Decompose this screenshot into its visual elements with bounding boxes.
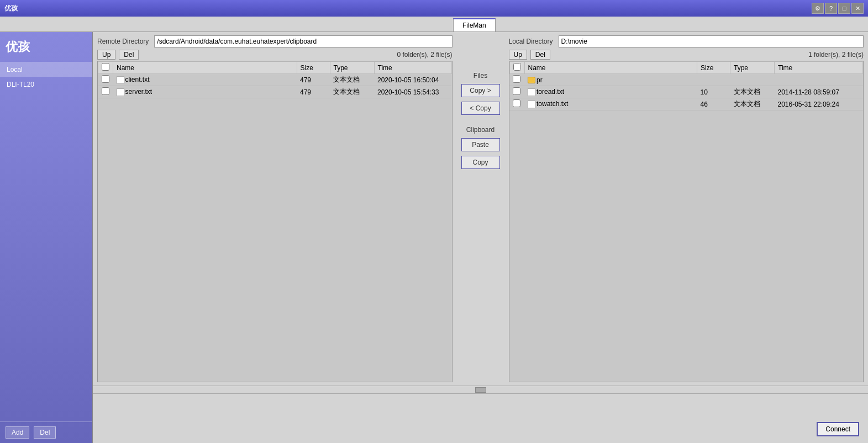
local-col-check [509,62,524,74]
main-area: 优孩 Local DLI-TL20 Add Del Remote Directo… [0,32,868,443]
file-size: 10 [697,86,730,98]
file-size [697,74,730,86]
remote-panel: Remote Directory Up Del 0 folder(s), 2 f… [93,32,456,386]
file-size: 479 [297,86,330,98]
remote-dir-label: Remote Directory [97,38,149,45]
file-size: 46 [697,98,730,110]
sidebar-item-local[interactable]: Local [0,62,92,77]
app-title: 优孩 [4,4,18,13]
table-row[interactable]: toread.txt 10 文本文档 2014-11-28 08:59:07 [509,86,863,98]
remote-col-size: Size [297,62,330,74]
local-toolbar-left: Up Del [509,50,550,60]
local-file-count: 1 folder(s), 2 file(s) [808,51,864,59]
add-device-button[interactable]: Add [6,426,29,439]
local-toolbar: Up Del 1 folder(s), 2 file(s) [509,50,864,60]
remote-file-table: Name Size Type Time client.txt 479 文本文档 … [98,61,452,98]
sidebar: 优孩 Local DLI-TL20 Add Del [0,32,93,443]
file-time: 2020-10-05 16:50:04 [374,74,451,86]
local-col-name: Name [524,62,697,74]
local-del-button[interactable]: Del [530,50,550,60]
bottom-scrollbar[interactable] [93,386,868,393]
settings-button[interactable]: ⚙ [812,3,824,14]
local-dir-input[interactable] [559,35,864,48]
table-row[interactable]: server.txt 479 文本文档 2020-10-05 15:54:33 [98,86,452,98]
file-icon [528,101,535,108]
sidebar-bottom: Add Del [0,421,92,443]
copy-left-button[interactable]: < Copy [461,102,500,115]
file-name: towatch.txt [524,98,697,110]
table-row[interactable]: towatch.txt 46 文本文档 2016-05-31 22:09:24 [509,98,863,110]
local-select-all[interactable] [513,63,521,71]
file-type: 文本文档 [330,74,374,86]
copy-button[interactable]: Copy [461,156,500,169]
tabbar: FileMan [0,17,868,32]
file-icon [117,88,124,96]
local-file-table: Name Size Type Time pr toread.txt 10 [509,61,864,110]
table-row[interactable]: client.txt 479 文本文档 2020-10-05 16:50:04 [98,74,452,86]
copy-right-button[interactable]: Copy > [461,84,500,97]
file-type: 文本文档 [730,98,775,110]
file-type: 文本文档 [330,86,374,98]
remote-col-time: Time [374,62,451,74]
content-area: Remote Directory Up Del 0 folder(s), 2 f… [93,32,868,443]
remote-file-count: 0 folder(s), 2 file(s) [397,51,452,59]
sidebar-item-device[interactable]: DLI-TL20 [0,77,92,92]
tab-fileman[interactable]: FileMan [453,18,496,31]
app-title-text: 优孩 [4,4,18,13]
local-up-button[interactable]: Up [509,50,527,60]
file-name: toread.txt [524,86,697,98]
help-button[interactable]: ? [825,3,837,14]
local-col-time: Time [775,62,863,74]
remote-panel-header: Remote Directory [97,35,453,48]
sidebar-nav: Local DLI-TL20 [0,62,92,421]
local-dir-label: Local Directory [509,38,553,45]
connect-button[interactable]: Connect [817,422,859,436]
file-type: 文本文档 [730,86,775,98]
file-name: pr [524,74,697,86]
close-button[interactable]: ✕ [851,3,864,14]
file-name: server.txt [113,86,297,98]
file-manager: Remote Directory Up Del 0 folder(s), 2 f… [93,32,868,386]
row-checkbox[interactable] [513,99,520,107]
local-file-list: Name Size Type Time pr toread.txt 10 [509,61,864,382]
row-checkbox[interactable] [513,75,520,83]
file-type [730,74,775,86]
remote-col-type: Type [330,62,374,74]
middle-controls: Files Copy > < Copy Clipboard Paste Copy [456,32,506,386]
local-panel-header: Local Directory [509,35,864,48]
remote-select-all[interactable] [102,63,109,71]
remote-up-button[interactable]: Up [97,50,115,60]
file-name: client.txt [113,74,297,86]
clipboard-label: Clipboard [466,126,495,134]
log-area: Connect [93,393,868,443]
local-panel: Local Directory Up Del 1 folder(s), 2 fi… [506,32,869,386]
file-time: 2014-11-28 08:59:07 [775,86,863,98]
local-col-type: Type [730,62,775,74]
remote-col-name: Name [113,62,297,74]
row-checkbox[interactable] [513,87,520,95]
table-row[interactable]: pr [509,74,863,86]
row-checkbox[interactable] [102,75,109,83]
remote-dir-input[interactable] [154,35,452,48]
local-col-size: Size [697,62,730,74]
file-time: 2020-10-05 15:54:33 [374,86,451,98]
remote-toolbar-left: Up Del [97,50,139,60]
remote-del-button[interactable]: Del [119,50,139,60]
restore-button[interactable]: □ [838,3,850,14]
file-time: 2016-05-31 22:09:24 [775,98,863,110]
row-checkbox[interactable] [102,87,109,95]
titlebar-controls: ⚙ ? □ ✕ [812,3,864,14]
paste-button[interactable]: Paste [461,138,500,151]
file-icon [117,76,124,84]
remote-file-list: Name Size Type Time client.txt 479 文本文档 … [97,61,453,382]
file-time [775,74,863,86]
file-size: 479 [297,74,330,86]
remote-col-check [98,62,113,74]
titlebar: 优孩 ⚙ ? □ ✕ [0,0,868,17]
file-icon [528,88,535,96]
folder-icon [528,77,535,83]
del-device-button[interactable]: Del [34,426,56,439]
scroll-handle[interactable] [475,387,486,393]
remote-toolbar: Up Del 0 folder(s), 2 file(s) [97,50,453,60]
sidebar-logo: 优孩 [0,32,92,62]
